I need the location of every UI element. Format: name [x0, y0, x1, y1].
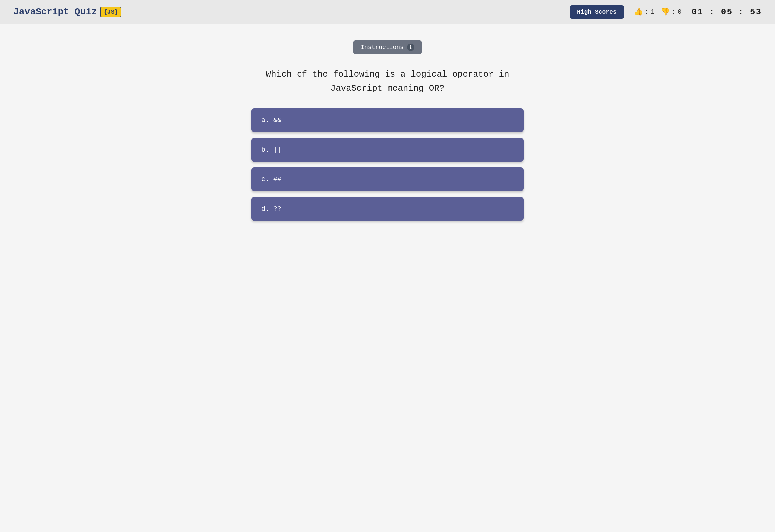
instructions-label: Instructions — [361, 44, 404, 51]
question-text: Which of the following is a logical oper… — [255, 68, 520, 95]
main-content: Instructions ℹ Which of the following is… — [0, 24, 775, 237]
answers-container: a. && b. || c. ## d. ?? — [251, 108, 524, 221]
answer-b-button[interactable]: b. || — [251, 138, 524, 162]
high-scores-button[interactable]: High Scores — [570, 5, 624, 19]
thumbs-down-icon: 👎 — [661, 7, 670, 16]
thumbs-up-separator: : — [645, 8, 649, 16]
app-title: JavaScript Quiz {JS} — [13, 7, 121, 17]
timer-display: 01 : 05 : 53 — [692, 7, 762, 17]
thumbs-up-count: 1 — [651, 8, 655, 16]
info-icon: ℹ — [407, 44, 414, 51]
app-title-text: JavaScript Quiz — [13, 7, 97, 17]
thumbs-down-score: 👎 : 0 — [661, 7, 682, 16]
instructions-button[interactable]: Instructions ℹ — [353, 40, 422, 54]
js-badge: {JS} — [100, 7, 121, 17]
header-right: High Scores 👍 : 1 👎 : 0 01 : 05 : 53 — [570, 5, 762, 19]
app-header: JavaScript Quiz {JS} High Scores 👍 : 1 👎… — [0, 0, 775, 24]
thumbs-down-separator: : — [672, 8, 676, 16]
answer-d-button[interactable]: d. ?? — [251, 197, 524, 221]
thumbs-up-icon: 👍 — [634, 7, 643, 16]
answer-c-button[interactable]: c. ## — [251, 167, 524, 191]
thumbs-down-count: 0 — [678, 8, 682, 16]
answer-a-button[interactable]: a. && — [251, 108, 524, 132]
thumbs-up-score: 👍 : 1 — [634, 7, 655, 16]
score-display: 👍 : 1 👎 : 0 — [634, 7, 682, 16]
